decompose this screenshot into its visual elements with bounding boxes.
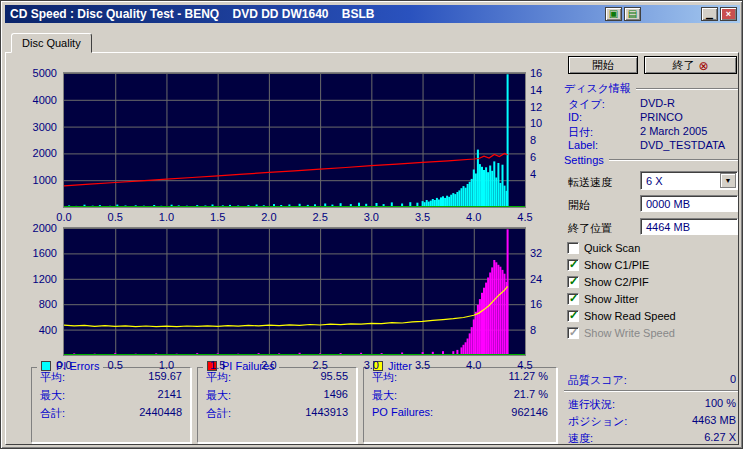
pi-failures-chart	[63, 227, 526, 356]
axis-tick-label: 4	[530, 168, 536, 180]
axis-tick-label: 2.0	[261, 211, 276, 223]
chevron-down-icon: ▼	[725, 177, 732, 184]
checkbox-box: ✓	[567, 327, 579, 339]
chart-canvas	[64, 73, 525, 207]
end-position-value: 4464 MB	[646, 221, 690, 233]
divider	[609, 159, 738, 161]
cd-speed-window: CD Speed : Disc Quality Test - BENQ DVD …	[0, 0, 743, 449]
axis-tick-label: 1.0	[159, 211, 174, 223]
quality-score-row: 品質スコア:0	[568, 373, 736, 386]
axis-tick-label: 0.0	[56, 211, 71, 223]
checkbox-show-jitter[interactable]: ✓ Show Jitter	[567, 292, 737, 306]
axis-tick-label: 12	[530, 101, 542, 113]
axis-tick-label: 2.5	[312, 211, 327, 223]
axis-tick-label: 4.0	[466, 211, 481, 223]
position-row: ポジション:4463 MB	[568, 414, 736, 427]
checkbox-box: ✓	[567, 310, 579, 322]
axis-tick-label: 1000	[33, 174, 57, 186]
progress-row: 進行状況:100 %	[568, 397, 736, 410]
disc-date-row: 日付:2 March 2005	[568, 125, 738, 138]
tab-label: Disc Quality	[22, 37, 81, 49]
checkbox-show-c1-pie[interactable]: ✓ Show C1/PIE	[567, 258, 737, 272]
stat-row: 最大:2141	[32, 386, 190, 404]
axis-tick-label: 2000	[33, 147, 57, 159]
checkbox-show-read-speed[interactable]: ✓ Show Read Speed	[567, 309, 737, 323]
pi-errors-chart	[63, 72, 526, 208]
checkbox-show-c2-pif[interactable]: ✓ Show C2/PIF	[567, 275, 737, 289]
stat-row: 合計:1443913	[198, 404, 356, 422]
checkbox-label: Show Write Speed	[584, 327, 675, 339]
axis-tick-label: 14	[530, 84, 542, 96]
axis-tick-label: 3.5	[415, 359, 430, 371]
axis-tick-label: 3000	[33, 121, 57, 133]
start-position-label: 開始	[568, 198, 590, 213]
exit-icon: ⊗	[698, 59, 708, 73]
check-icon: ✓	[569, 309, 578, 322]
pi-errors-panel: PI Errors 平均:159.67 最大:2141 合計:2440448	[31, 367, 191, 443]
pi-errors-swatch	[41, 361, 51, 371]
axis-tick-label: 32	[530, 247, 542, 259]
check-icon: ✓	[569, 292, 578, 305]
axis-tick-label: 1600	[33, 247, 57, 259]
close-button[interactable]: ×	[720, 7, 737, 21]
start-position-input[interactable]: 0000 MB	[640, 195, 738, 212]
divider	[636, 88, 738, 90]
minimize-button[interactable]: ▁	[701, 7, 718, 21]
save-button[interactable]: ▤	[624, 7, 641, 21]
axis-tick-label: 8	[530, 134, 536, 146]
speed-select-label: 転送速度	[568, 175, 612, 190]
start-position-value: 0000 MB	[646, 198, 690, 210]
stat-row: 最大:21.7 %	[364, 386, 556, 404]
checkbox-label: Show Jitter	[584, 293, 638, 305]
axis-tick-label: 1.5	[210, 211, 225, 223]
axis-tick-label: 400	[39, 324, 57, 336]
combo-arrow-button[interactable]: ▼	[720, 173, 736, 188]
checkbox-quick-scan[interactable]: ✓ Quick Scan	[567, 241, 737, 255]
checkbox-box: ✓	[567, 259, 579, 271]
window-title: CD Speed : Disc Quality Test - BENQ DVD …	[10, 7, 375, 21]
checkbox-box: ✓	[567, 293, 579, 305]
axis-tick-label: 1.5	[210, 359, 225, 371]
axis-tick-label: 3.0	[364, 359, 379, 371]
stat-row: PO Failures:962146	[364, 404, 556, 419]
close-icon: ×	[726, 9, 731, 19]
axis-tick-label: 24	[530, 273, 542, 285]
exit-button-label: 終了	[672, 59, 694, 71]
titlebar: CD Speed : Disc Quality Test - BENQ DVD …	[5, 5, 740, 23]
axis-tick-label: 10	[530, 117, 542, 129]
tab-disc-quality[interactable]: Disc Quality	[11, 33, 92, 53]
axis-tick-label: 2000	[33, 222, 57, 234]
speed-select-value: 6 X	[646, 175, 663, 187]
axis-tick-label: 6	[530, 151, 536, 163]
start-button[interactable]: 開始	[568, 56, 638, 74]
panel-title: Jitter	[388, 360, 412, 372]
axis-tick-label: 8	[530, 324, 536, 336]
axis-tick-label: 4.0	[466, 359, 481, 371]
disc-label-row: Label:DVD_TESTDATA	[568, 139, 738, 152]
axis-tick-label: 3.5	[415, 211, 430, 223]
checkbox-label: Show C1/PIE	[584, 259, 649, 271]
speed-select[interactable]: 6 X ▼	[640, 171, 738, 190]
capture-button[interactable]: ▣	[605, 7, 622, 21]
jitter-panel: Jitter 平均:11.27 % 最大:21.7 % PO Failures:…	[363, 367, 557, 443]
capture-icon: ▣	[609, 8, 618, 19]
exit-button[interactable]: 終了⊗	[644, 56, 737, 74]
check-icon: ✓	[569, 275, 578, 288]
axis-tick-label: 3.0	[364, 211, 379, 223]
axis-tick-label: 16	[530, 67, 542, 79]
axis-tick-label: 1200	[33, 273, 57, 285]
end-position-label: 終了位置	[568, 221, 612, 236]
end-position-input[interactable]: 4464 MB	[640, 218, 738, 235]
minimize-icon: ▁	[706, 9, 713, 19]
check-icon: ✓	[569, 258, 578, 271]
disc-id-row: ID:PRINCO	[568, 111, 738, 124]
checkbox-box: ✓	[567, 242, 579, 254]
axis-tick-label: 0.5	[108, 211, 123, 223]
axis-tick-label: 4000	[33, 94, 57, 106]
checkbox-box: ✓	[567, 276, 579, 288]
checkbox-label: Show C2/PIF	[584, 276, 649, 288]
save-icon: ▤	[628, 8, 637, 19]
settings-header: Settings	[564, 154, 738, 166]
axis-tick-label: 2.0	[261, 359, 276, 371]
axis-tick-label: 4.5	[517, 359, 532, 371]
